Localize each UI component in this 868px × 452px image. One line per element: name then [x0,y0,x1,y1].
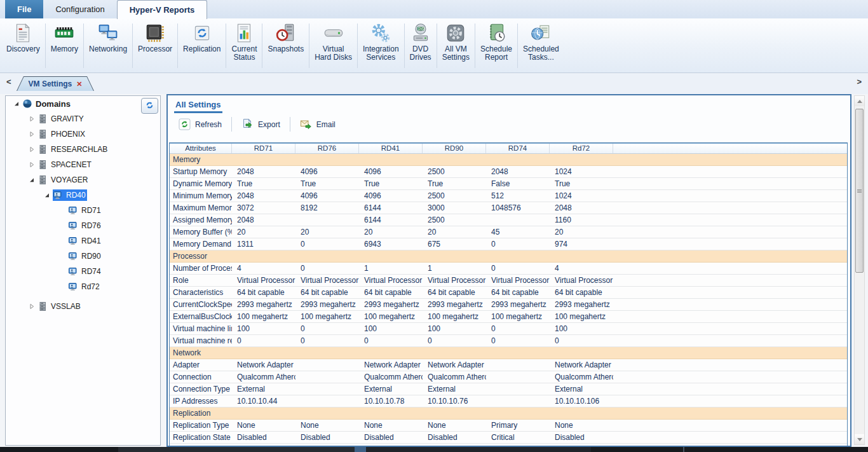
table-row-maximum-memory[interactable]: Maximum Memory30728192614430001048576204… [170,202,847,214]
tree-refresh-button[interactable] [141,98,158,114]
scrollbar-thumb[interactable] [855,109,864,273]
refresh-button[interactable]: Refresh [172,118,229,130]
domain-icon [37,301,49,312]
attribute-value: 1 [359,264,423,273]
tab-scroll-right-icon[interactable]: > [857,77,862,86]
ribbon-button-virtual-hard-disks[interactable]: Virtual Hard Disks [309,20,357,71]
ribbon-button-all-vm-settings[interactable]: All VM Settings [437,20,475,71]
table-row-assigned-memory[interactable]: Assigned Memory2048614425001160 [170,214,847,226]
table-row-replication-state[interactable]: Replication StateDisabledDisabledDisable… [170,432,847,444]
attribute-value: 20 [232,228,295,236]
table-row-memory-demand[interactable]: Memory Demand1311069436750974 [170,238,847,250]
sidebar-item-rd71[interactable]: RD71 [6,203,160,218]
table-row-memory-buffer[interactable]: Memory Buffer (%)202020204520 [170,226,847,238]
column-header-rd72[interactable]: Rd72 [550,144,613,153]
ribbon-button-integration-services[interactable]: Integration Services [358,20,404,71]
vm-settings-tab[interactable]: VM Settings ✕ [17,76,94,91]
table-row-role[interactable]: RoleVirtual ProcessorVirtual ProcessorVi… [170,275,847,287]
expander-collapsed-icon[interactable] [29,303,37,310]
all-vm-settings-icon [445,22,466,44]
table-row-characteristics[interactable]: Characteristics64 bit capable64 bit capa… [170,287,847,299]
expander-collapsed-icon[interactable] [29,161,37,168]
ribbon-button-scheduled-tasks[interactable]: Scheduled Tasks... [518,20,564,71]
ribbon-button-discovery[interactable]: Discovery [1,20,45,71]
attribute-label: Characteristics [170,288,232,297]
vertical-scrollbar[interactable] [854,95,865,445]
attribute-value: None [359,421,423,430]
attribute-value: Disabled [423,433,486,442]
sidebar-item-rd40[interactable]: RD40 [6,188,160,203]
ribbon-button-current-status[interactable]: Current Status [226,20,262,71]
table-row-connection[interactable]: ConnectionQualcomm AtherosQualcomm Ather… [170,371,847,383]
close-tab-icon[interactable]: ✕ [76,80,82,88]
expander-collapsed-icon[interactable] [29,130,37,138]
attribute-value: 2500 [423,216,486,224]
table-row-dynamic-memory[interactable]: Dynamic MemoryTrueTrueTrueTrueFalseTrue [170,178,847,190]
tab-scroll-left-icon[interactable]: < [6,77,11,86]
ribbon-button-processor[interactable]: Processor [133,20,177,71]
sidebar-item-vsslab[interactable]: VSSLAB [6,299,160,314]
table-row-virtual-machine-limit[interactable]: Virtual machine limit10001001000100 [170,323,847,335]
tree-item-label: PHOENIX [51,130,85,139]
sidebar-item-gravity[interactable]: GRAVITY [6,111,160,127]
attribute-value: Virtual Processor [232,276,295,285]
table-row-virtual-machine-reserve[interactable]: Virtual machine reserve000000 [170,335,847,347]
ribbon-button-replication[interactable]: Replication [178,20,226,71]
tab-configuration[interactable]: Configuration [43,0,116,18]
ribbon-button-schedule-report[interactable]: Schedule Report [475,20,517,71]
expander-expanded-icon[interactable] [13,100,22,107]
expander-collapsed-icon[interactable] [29,146,37,153]
table-row-externalbusclockspeed[interactable]: ExternalBusClockSpeed100 megahertz100 me… [170,311,847,323]
attribute-value: 20 [359,228,423,236]
sidebar-item-rd41[interactable]: RD41 [6,233,160,249]
scroll-down-button[interactable] [855,434,864,444]
table-row-currentclockspeed[interactable]: CurrentClockSpeed2993 megahertz2993 mega… [170,299,847,311]
ribbon-button-dvd-drives[interactable]: DVDDVD Drives [405,20,437,71]
sidebar-item-voyager[interactable]: VOYAGER [6,172,160,188]
column-header-rd41[interactable]: RD41 [359,144,423,153]
sidebar-item-rd90[interactable]: RD90 [6,249,160,264]
sidebar-item-rd72[interactable]: Rd72 [6,279,160,294]
expander-collapsed-icon[interactable] [29,115,37,123]
attribute-value: 1311 [232,240,295,249]
attribute-value: 2500 [423,191,486,200]
attribute-label: CurrentClockSpeed [170,300,232,309]
replication-icon [191,22,213,44]
table-row-ip-addresses[interactable]: IP Addresses10.10.10.4410.10.10.7810.10.… [170,395,847,407]
attribute-value: 1160 [550,216,613,224]
sidebar-item-rd76[interactable]: RD76 [6,218,160,233]
sidebar-item-spacenet[interactable]: SPACENET [6,157,160,172]
expander-expanded-icon[interactable] [29,176,37,184]
table-row-minimum-memory[interactable]: Minimum Memory20484096409625005121024 [170,190,847,202]
sidebar-item-phoenix[interactable]: PHOENIX [6,127,160,142]
table-row-replication-type[interactable]: Replication TypeNoneNoneNoneNonePrimaryN… [170,420,847,432]
table-row-number-of-processors[interactable]: Number of Processors401104 [170,263,847,275]
ribbon-button-memory[interactable]: Memory [46,20,83,71]
attribute-value: 1048576 [486,203,550,212]
table-row-connection-type[interactable]: Connection TypeExternalExternalExternalE… [170,383,847,395]
scroll-up-button[interactable] [855,96,864,106]
ribbon-button-snapshots[interactable]: Snapshots [262,20,309,71]
ribbon-button-label: DVD Drives [410,45,431,62]
email-button[interactable]: Email [293,118,342,130]
table-row-startup-memory[interactable]: Startup Memory204840964096250020481024 [170,166,847,178]
ribbon-button-networking[interactable]: Networking [84,20,132,71]
column-header-rd76[interactable]: RD76 [295,144,359,153]
tree-item-content: RD90 [68,250,102,262]
expander-expanded-icon[interactable] [44,191,53,199]
column-header-rd71[interactable]: RD71 [232,144,295,153]
column-header-rd74[interactable]: RD74 [486,144,550,153]
attribute-value: 100 [359,324,423,333]
attribute-value: 0 [295,336,359,345]
column-header-rd90[interactable]: RD90 [423,144,486,153]
table-row-adapter[interactable]: AdapterNetwork AdapterNetwork AdapterNet… [170,359,847,371]
tab-file[interactable]: File [5,0,43,18]
sidebar-item-rd74[interactable]: RD74 [6,264,160,279]
sidebar-item-domains[interactable]: Domains [6,96,160,111]
tree-item-content: RD41 [68,235,102,247]
export-button[interactable]: Export [234,118,287,130]
attribute-value: None [550,421,613,430]
sidebar-item-researchlab[interactable]: RESEARCHLAB [6,142,160,157]
column-header-attributes[interactable]: Attributes [170,144,232,153]
tab-hyper-v-reports[interactable]: Hyper-V Reports [117,0,208,19]
